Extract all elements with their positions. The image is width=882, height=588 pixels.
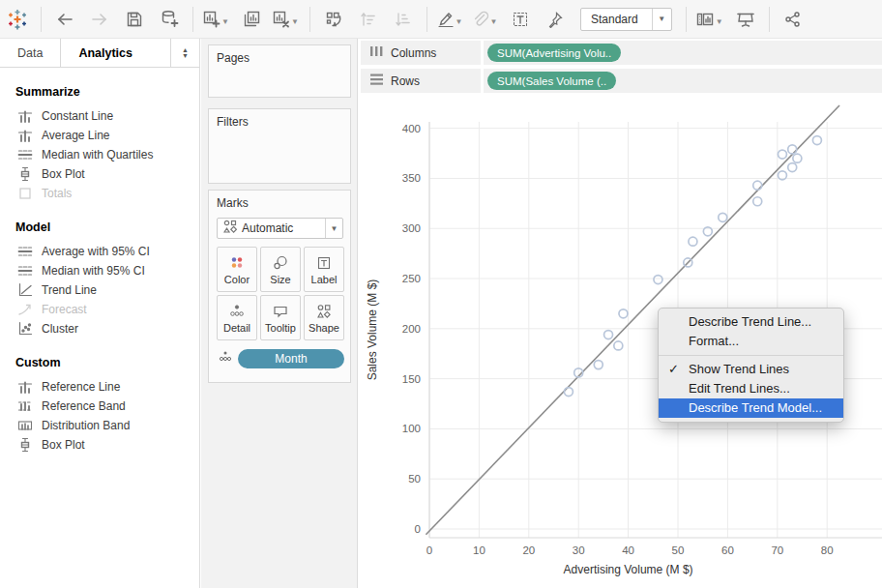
totals-icon	[17, 186, 33, 201]
view-mode-value: Standard	[581, 13, 652, 26]
chevron-down-icon[interactable]: ▼	[652, 9, 671, 30]
y-tick-label: 300	[402, 222, 421, 234]
marks-button-label: Label	[311, 274, 338, 285]
tab-analytics[interactable]: Analytics	[61, 39, 150, 67]
chevron-down-icon[interactable]: ▼	[490, 17, 498, 26]
analytics-item-box-plot[interactable]: Box Plot	[17, 164, 199, 184]
menu-item-label: Format...	[689, 334, 739, 348]
menu-item-describe-trend-model[interactable]: Describe Trend Model...	[659, 398, 843, 418]
duplicate-button[interactable]	[237, 5, 266, 34]
analytics-item-constant-line[interactable]: Constant Line	[17, 106, 199, 126]
show-hide-cards-button[interactable]: ▼	[695, 5, 725, 34]
analytics-item-average-line[interactable]: Average Line	[17, 126, 199, 145]
label-button[interactable]: Label	[304, 247, 344, 292]
month-pill[interactable]: Month	[238, 349, 344, 368]
mark-type-dropdown[interactable]: Automatic ▼	[217, 218, 343, 239]
share-button[interactable]	[779, 5, 808, 34]
shape-button[interactable]: Shape	[304, 295, 344, 340]
add-data-icon	[161, 10, 179, 28]
paperclip-icon	[472, 11, 489, 28]
scatter-mark[interactable]	[594, 361, 603, 369]
scatter-mark[interactable]	[753, 197, 762, 206]
tooltip-button[interactable]: Tooltip	[260, 295, 301, 340]
scatter-mark[interactable]	[614, 341, 623, 350]
swap-rows-columns-button[interactable]	[319, 5, 348, 34]
show-mark-labels-button[interactable]	[506, 5, 535, 34]
text-label-icon	[512, 11, 529, 28]
collapse-pane-icon[interactable]: ▲▼	[170, 39, 199, 67]
toolbar: ▼▼▼▼Standard▼▼	[0, 0, 882, 39]
chevron-down-icon[interactable]: ▼	[221, 17, 229, 26]
toolbar-divider	[41, 7, 42, 32]
rows-shelf-body[interactable]: SUM(Sales Volume (..	[484, 69, 882, 93]
tableau-logo[interactable]	[3, 5, 32, 34]
filters-shelf[interactable]: Filters	[208, 108, 351, 184]
pages-shelf[interactable]: Pages	[208, 44, 351, 98]
menu-item-format[interactable]: Format...	[659, 332, 843, 351]
scatter-mark[interactable]	[812, 136, 821, 145]
analytics-item-label: Median with Quartiles	[42, 148, 153, 162]
new-worksheet-icon	[202, 10, 220, 28]
menu-item-label: Show Trend Lines	[689, 362, 789, 376]
group-members-button: ▼	[471, 5, 500, 34]
scatter-mark[interactable]	[778, 150, 786, 159]
scatter-mark[interactable]	[689, 237, 697, 246]
columns-pill-sum-advertising-volume[interactable]: SUM(Advertising Volu..	[487, 44, 621, 62]
color-button[interactable]: Color	[217, 247, 257, 292]
chevron-down-icon[interactable]: ▼	[456, 17, 463, 26]
chevron-down-icon[interactable]: ▼	[716, 17, 723, 26]
analytics-item-trend-line[interactable]: Trend Line	[17, 280, 199, 300]
menu-item-label: Edit Trend Lines...	[689, 381, 790, 396]
toolbar-divider	[769, 7, 770, 32]
presentation-icon	[736, 11, 755, 28]
marks-card-title: Marks	[209, 191, 350, 210]
detail-button[interactable]: Detail	[217, 295, 257, 340]
menu-item-show-trend-lines[interactable]: ✓Show Trend Lines	[659, 360, 843, 379]
x-tick-label: 50	[672, 544, 685, 556]
chevron-down-icon[interactable]: ▼	[325, 219, 342, 238]
section-title-custom: Custom	[15, 356, 199, 369]
menu-item-describe-trend-line[interactable]: Describe Trend Line...	[659, 312, 843, 332]
fix-axes-button[interactable]	[541, 5, 570, 34]
analytics-item-box-plot[interactable]: Box Plot	[17, 435, 199, 455]
pin-icon	[546, 11, 564, 28]
size-button[interactable]: Size	[260, 247, 301, 292]
analytics-item-average-with-95-ci[interactable]: Average with 95% CI	[17, 242, 199, 261]
view-mode-dropdown[interactable]: Standard▼	[580, 8, 672, 31]
analytics-item-reference-band[interactable]: Reference Band	[17, 397, 199, 416]
duplicate-icon	[243, 10, 261, 28]
undo-button[interactable]	[50, 5, 79, 34]
analytics-item-cluster[interactable]: Cluster	[17, 319, 199, 338]
detail-icon	[219, 350, 232, 368]
new-data-source-button[interactable]	[155, 5, 184, 34]
clear-sheet-button[interactable]: ▼	[272, 5, 301, 34]
save-button[interactable]	[120, 5, 149, 34]
scatter-mark[interactable]	[719, 213, 727, 221]
scatter-mark[interactable]	[619, 309, 628, 318]
toolbar-divider	[686, 7, 687, 32]
analytics-item-label: Forecast	[42, 303, 87, 316]
scatter-mark[interactable]	[753, 181, 762, 190]
forecast-icon	[17, 302, 33, 317]
scatter-mark[interactable]	[788, 145, 797, 154]
scatter-mark[interactable]	[564, 388, 573, 397]
analytics-item-median-with-quartiles[interactable]: Median with Quartiles	[17, 145, 199, 164]
analytics-item-median-with-95-ci[interactable]: Median with 95% CI	[17, 261, 199, 280]
rows-shelf-text: Rows	[391, 74, 420, 88]
scatter-mark[interactable]	[793, 154, 802, 162]
presentation-mode-button[interactable]	[731, 5, 760, 34]
analytics-item-reference-line[interactable]: Reference Line	[17, 377, 199, 397]
new-worksheet-button[interactable]: ▼	[202, 5, 231, 34]
rows-pill-sum-sales-volume[interactable]: SUM(Sales Volume (..	[487, 72, 616, 90]
tab-data[interactable]: Data	[0, 39, 61, 67]
scatter-mark[interactable]	[654, 276, 662, 284]
chevron-down-icon[interactable]: ▼	[291, 17, 299, 26]
scatter-mark[interactable]	[604, 331, 613, 339]
scatter-mark[interactable]	[788, 163, 797, 172]
analytics-item-distribution-band[interactable]: Distribution Band	[17, 416, 199, 435]
columns-shelf-body[interactable]: SUM(Advertising Volu..	[484, 41, 882, 65]
menu-item-edit-trend-lines[interactable]: Edit Trend Lines...	[659, 379, 843, 398]
sort-descending-button	[389, 5, 418, 34]
analytics-item-label: Totals	[42, 187, 72, 200]
highlight-button[interactable]: ▼	[436, 5, 465, 34]
